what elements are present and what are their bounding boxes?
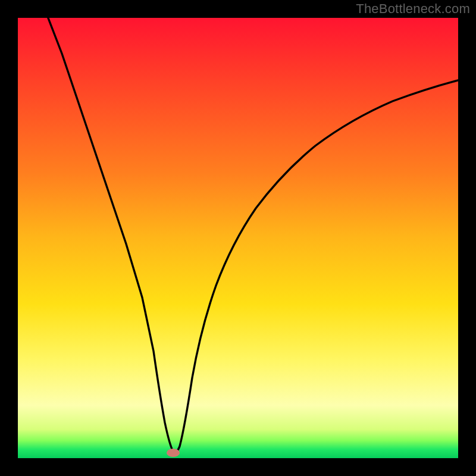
min-marker (167, 449, 180, 457)
plot-area (18, 18, 458, 458)
bottleneck-curve-svg (18, 18, 458, 458)
chart-frame: TheBottleneck.com (0, 0, 476, 476)
watermark-text: TheBottleneck.com (356, 1, 470, 17)
bottleneck-curve (46, 18, 458, 453)
